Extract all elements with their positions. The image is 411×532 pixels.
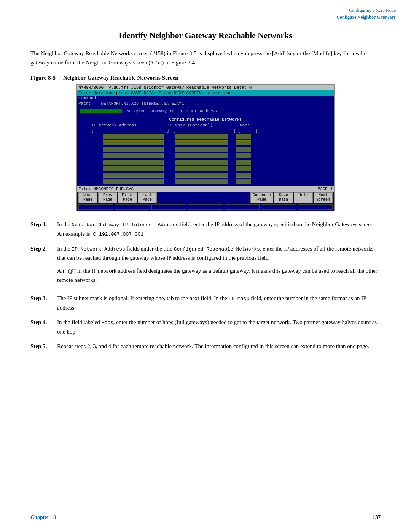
term-empty-4 (188, 204, 223, 210)
figure-title: Neighbor Gateway Reachable Networks Scre… (63, 75, 178, 81)
term-btn-next[interactable]: NextPage (78, 192, 97, 203)
step-5: Step 5. Repeat steps 2, 3, and 4 for eac… (30, 342, 381, 351)
term-mask-field[interactable] (175, 153, 228, 158)
step-4: Step 4. In the field labeled Hops, enter… (30, 318, 381, 336)
step3-field1: IP mask (229, 296, 250, 302)
term-mask-field[interactable] (175, 160, 228, 165)
term-bracket-row: [ ] [ ] [ ] (77, 128, 334, 133)
step-2-para1: In the IP Network Address fields under t… (57, 244, 381, 263)
step2-field2: Configured Reachable Networks (174, 246, 260, 252)
term-hops-field[interactable] (236, 153, 251, 158)
term-mask-field[interactable] (175, 166, 228, 171)
term-btn-next[interactable]: NextScreen (314, 192, 333, 203)
bracket-ip: [ ] (91, 128, 169, 133)
breadcrumb: Configuring a X.25 Node Configure Neighb… (336, 7, 396, 21)
term-data-row[interactable] (77, 159, 334, 165)
step-5-label: Step 5. (30, 342, 57, 351)
terminal-screen: NMMGR/3000 (V.uu.ff) #158 Neighbor Gatew… (76, 84, 335, 211)
term-ip-field[interactable] (103, 153, 164, 158)
term-hops-field[interactable] (236, 160, 251, 165)
step-1-label: Step 1. (30, 220, 57, 229)
term-ip-field[interactable] (103, 173, 164, 178)
term-ip-field[interactable] (103, 134, 164, 139)
term-hops-field[interactable] (236, 173, 251, 178)
term-title-text: NMMGR/3000 (V.uu.ff) #158 Neighbor Gatew… (78, 85, 252, 90)
term-instruction: Enter data and press SAVE DATA. Press NE… (77, 90, 334, 96)
step-4-content: In the field labeled Hops, enter the num… (57, 318, 381, 336)
step-5-content: Repeat steps 2, 3, and 4 for each remote… (57, 342, 381, 351)
term-ip-field[interactable] (103, 140, 164, 145)
term-empty-5 (225, 204, 260, 210)
step-1: Step 1. In the Neighbor Gateway IP Inter… (30, 220, 381, 239)
step-2: Step 2. In the IP Network Address fields… (30, 244, 381, 289)
term-footer: File: NMCONFIG.PUB.SYS PAGE 1 (77, 186, 334, 192)
term-ip-field[interactable] (103, 147, 164, 152)
term-data-row[interactable] (77, 133, 334, 139)
term-hops-field[interactable] (236, 166, 251, 171)
term-empty-1 (78, 204, 113, 210)
term-empty-6 (261, 204, 296, 210)
page-title: Identify Neighbor Gateway Reachable Netw… (30, 30, 381, 40)
term-mask-field[interactable] (175, 147, 228, 152)
term-footer-page: PAGE 1 (317, 187, 333, 191)
term-mask-field[interactable] (175, 140, 228, 145)
step-4-label: Step 4. (30, 318, 57, 327)
term-ip-field[interactable] (103, 160, 164, 165)
term-data-rows (77, 133, 334, 185)
figure-label: Figure 8-5 (30, 75, 56, 81)
figure-caption: Figure 8-5 Neighbor Gateway Reachable Ne… (30, 75, 381, 81)
term-ip-field[interactable] (103, 179, 164, 184)
intro-paragraph: The Neighbor Gateway Reachable Networks … (30, 49, 381, 67)
term-btn-help[interactable]: Help (294, 192, 313, 203)
page-footer: Chapter 8 137 (30, 511, 381, 521)
step-2-content: In the IP Network Address fields under t… (57, 244, 381, 289)
step-1-content: In the Neighbor Gateway IP Internet Addr… (57, 220, 381, 239)
term-data-row[interactable] (77, 179, 334, 185)
term-data-row[interactable] (77, 140, 334, 146)
step-2-para2: An “@” in the IP network address field d… (57, 266, 381, 284)
term-empty-7 (298, 204, 333, 210)
term-empty-3 (151, 204, 186, 210)
term-footer-file: File: NMCONFIG.PUB.SYS (78, 187, 134, 191)
term-btn-first[interactable]: FirstPage (118, 192, 137, 203)
term-data-row[interactable] (77, 146, 334, 152)
bracket-hops: [ ] (238, 128, 258, 133)
term-path: Path: NETXPORT.NI.X25.INTERNET.GATEWAY1 (77, 101, 334, 106)
term-hops-field[interactable] (236, 179, 251, 184)
bracket-mask: [ ] (173, 128, 236, 133)
main-content: Identify Neighbor Gateway Reachable Netw… (0, 19, 411, 379)
term-title-bar: NMMGR/3000 (V.uu.ff) #158 Neighbor Gatew… (77, 85, 334, 90)
term-configured-header: Configured Reachable Networks (77, 117, 334, 122)
term-mask-field[interactable] (175, 173, 228, 178)
term-data-row[interactable] (77, 166, 334, 172)
term-hops-field[interactable] (236, 134, 251, 139)
term-btn-prev[interactable]: PrevPage (98, 192, 117, 203)
term-hops-field[interactable] (236, 140, 251, 145)
term-ip-input[interactable] (80, 109, 122, 113)
term-btn-condense[interactable]: CondensePage (250, 192, 273, 203)
footer-page-number: 137 (373, 514, 381, 521)
step2-field1: IP Network Address (72, 246, 125, 252)
step-2-label: Step 2. (30, 244, 57, 253)
term-command: Command: (77, 96, 334, 101)
term-hops-field[interactable] (236, 147, 251, 152)
term-buttons-row: NextPagePrevPageFirstPageLastPageCondens… (77, 192, 334, 204)
term-ip-area: Neighbor Gateway IP Internet Address (77, 106, 334, 116)
term-empty-2 (115, 204, 150, 210)
step1-field1: Neighbor Gateway IP Internet Address (72, 222, 178, 228)
term-mask-field[interactable] (175, 179, 228, 184)
breadcrumb-line2: Configure Neighbor Gateways (336, 14, 396, 21)
term-table-header: IP Network Address IP Mask (Optional) Ho… (77, 123, 334, 128)
term-mask-field[interactable] (175, 134, 228, 139)
term-ip-label: Neighbor Gateway IP Internet Address (127, 109, 217, 113)
term-path-label: Path: (78, 101, 91, 106)
steps-section: Step 1. In the Neighbor Gateway IP Inter… (30, 220, 381, 351)
breadcrumb-line1: Configuring a X.25 Node (336, 7, 396, 14)
term-data-row[interactable] (77, 153, 334, 159)
term-btn-last[interactable]: LastPage (138, 192, 157, 203)
step-3-label: Step 3. (30, 294, 57, 303)
step-3: Step 3. The IP subnet mask is optional. … (30, 294, 381, 312)
term-btn-save[interactable]: SaveData (274, 192, 293, 203)
term-ip-field[interactable] (103, 166, 164, 171)
term-data-row[interactable] (77, 172, 334, 178)
